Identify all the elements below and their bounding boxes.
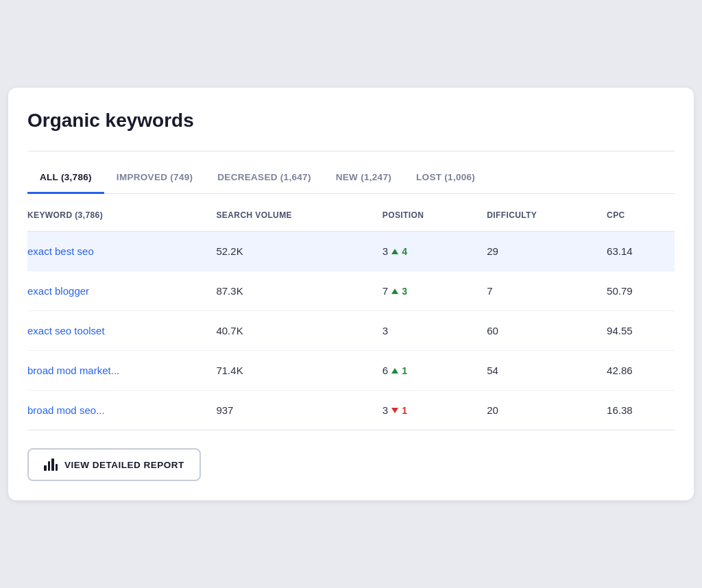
search-volume-cell-1: 87.3K: [208, 271, 374, 311]
change-value: 3: [402, 286, 407, 297]
arrow-up-icon: [391, 368, 398, 373]
keywords-table: KEYWORD (3,786)SEARCH VOLUMEPOSITIONDIFF…: [27, 210, 675, 430]
keyword-cell-1: exact blogger: [27, 271, 208, 311]
col-header-4: CPC: [598, 210, 675, 232]
col-header-3: DIFFICULTY: [479, 210, 598, 232]
tab-4[interactable]: LOST (1,006): [404, 165, 487, 194]
table-row: broad mod market...71.4K6 15442.86: [27, 351, 675, 391]
keyword-cell-2: exact seo toolset: [27, 311, 208, 351]
table-row: broad mod seo...9373 12016.38: [27, 391, 675, 430]
change-value: 4: [402, 246, 407, 257]
arrow-down-icon: [391, 408, 398, 413]
col-header-0: KEYWORD (3,786): [27, 210, 208, 232]
keyword-cell-0: exact best seo: [27, 232, 208, 271]
tab-2[interactable]: DECREASED (1,647): [205, 165, 323, 194]
organic-keywords-card: Organic keywords ALL (3,786)IMPROVED (74…: [8, 88, 694, 500]
keyword-link-4[interactable]: broad mod seo...: [27, 404, 105, 416]
tab-3[interactable]: NEW (1,247): [324, 165, 404, 194]
keywords-table-wrapper: KEYWORD (3,786)SEARCH VOLUMEPOSITIONDIFF…: [27, 210, 675, 430]
difficulty-cell-1: 7: [479, 271, 598, 311]
search-volume-cell-0: 52.2K: [208, 232, 374, 271]
report-button-label: VIEW DETAILED REPORT: [64, 460, 184, 470]
table-row: exact seo toolset40.7K3 6094.55: [27, 311, 675, 351]
position-cell-0: 3 4: [374, 232, 479, 271]
keyword-cell-4: broad mod seo...: [27, 391, 208, 430]
cpc-cell-4: 16.38: [598, 391, 675, 430]
search-volume-cell-2: 40.7K: [208, 311, 374, 351]
position-cell-1: 7 3: [374, 271, 479, 311]
keyword-link-1[interactable]: exact blogger: [27, 285, 89, 297]
tab-0[interactable]: ALL (3,786): [27, 165, 104, 194]
view-report-button[interactable]: VIEW DETAILED REPORT: [27, 448, 201, 481]
change-value: 1: [402, 405, 407, 416]
bar-chart-icon: [44, 458, 58, 471]
keyword-cell-3: broad mod market...: [27, 351, 208, 391]
keywords-table-body: exact best seo52.2K3 42963.14exact blogg…: [27, 232, 675, 430]
keyword-link-2[interactable]: exact seo toolset: [27, 325, 105, 336]
table-row: exact best seo52.2K3 42963.14: [27, 232, 675, 271]
page-title: Organic keywords: [27, 110, 675, 132]
cpc-cell-3: 42.86: [598, 351, 675, 391]
keyword-link-3[interactable]: broad mod market...: [27, 365, 119, 376]
keyword-link-0[interactable]: exact best seo: [27, 245, 94, 257]
change-value: 1: [402, 365, 407, 376]
position-cell-4: 3 1: [374, 391, 479, 430]
tabs-bar: ALL (3,786)IMPROVED (749)DECREASED (1,64…: [27, 165, 675, 194]
cpc-cell-0: 63.14: [598, 232, 675, 271]
search-volume-cell-3: 71.4K: [208, 351, 374, 391]
search-volume-cell-4: 937: [208, 391, 374, 430]
difficulty-cell-0: 29: [479, 232, 598, 271]
col-header-1: SEARCH VOLUME: [208, 210, 374, 232]
difficulty-cell-4: 20: [479, 391, 598, 430]
col-header-2: POSITION: [374, 210, 479, 232]
cpc-cell-2: 94.55: [598, 311, 675, 351]
difficulty-cell-3: 54: [479, 351, 598, 391]
position-cell-3: 6 1: [374, 351, 479, 391]
tab-1[interactable]: IMPROVED (749): [104, 165, 205, 194]
position-cell-2: 3: [374, 311, 479, 351]
cpc-cell-1: 50.79: [598, 271, 675, 311]
table-row: exact blogger87.3K7 3750.79: [27, 271, 675, 311]
divider: [27, 151, 675, 151]
table-header-row: KEYWORD (3,786)SEARCH VOLUMEPOSITIONDIFF…: [27, 210, 675, 232]
arrow-up-icon: [391, 249, 398, 254]
difficulty-cell-2: 60: [479, 311, 598, 351]
arrow-up-icon: [391, 289, 398, 294]
